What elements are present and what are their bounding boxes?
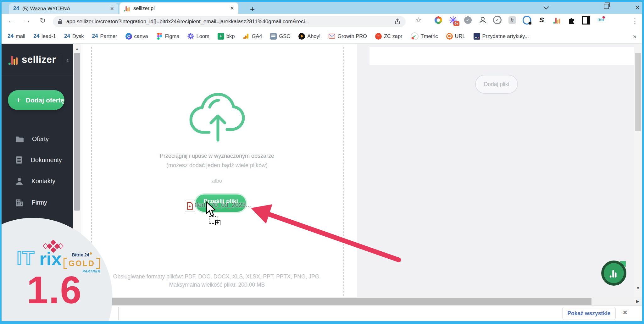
bracket-right bbox=[96, 258, 100, 269]
close-tab-icon[interactable]: × bbox=[230, 5, 234, 11]
capture-frame-bottom bbox=[0, 321, 644, 324]
bookmark-url[interactable]: URL bbox=[446, 33, 465, 40]
ext-colorwheel-icon[interactable] bbox=[434, 16, 442, 24]
bookmark-ga4[interactable]: GA4 bbox=[243, 33, 262, 40]
ext-s-icon[interactable]: S bbox=[537, 16, 546, 24]
sidebar-item-oferty[interactable]: Oferty bbox=[2, 131, 73, 146]
ext-starburst-icon[interactable]: 9+ bbox=[449, 16, 457, 24]
building-icon bbox=[15, 199, 24, 206]
bookmarks-bar: 24mail 24lead-1 24Dysk 24Partner Ccanva … bbox=[0, 29, 644, 44]
sidebar-item-kontakty[interactable]: Kontakty bbox=[2, 173, 73, 189]
bookmark-canva[interactable]: Ccanva bbox=[125, 33, 148, 40]
ext-sidepanel-icon[interactable] bbox=[582, 16, 590, 24]
loom-icon bbox=[187, 33, 194, 40]
ext-lock-icon[interactable] bbox=[523, 16, 531, 24]
sidebar-item-firmy[interactable]: Firmy bbox=[2, 195, 73, 210]
ext-persona-icon[interactable] bbox=[478, 16, 487, 24]
sidebar-collapse-icon[interactable]: ‹ bbox=[62, 55, 69, 65]
sellizer-logo-icon bbox=[8, 54, 19, 65]
preview-panel-header bbox=[369, 47, 634, 65]
logo-text: sellizer bbox=[22, 54, 56, 65]
scroll-right-icon[interactable]: ▶ bbox=[636, 299, 639, 304]
bookmark-growthpro[interactable]: Growth PRO bbox=[329, 33, 367, 40]
figma-icon bbox=[156, 33, 163, 40]
tab-sellizer[interactable]: sellizer.pl × bbox=[119, 3, 238, 14]
scrollbar-thumb[interactable] bbox=[635, 53, 641, 131]
tmetric-icon: ✓ bbox=[411, 32, 419, 40]
bookmark-star-icon[interactable]: ☆ bbox=[415, 16, 422, 25]
browser-toolbar: ← → ↻ app.sellizer.io/creator/?integrati… bbox=[0, 14, 644, 29]
new-tab-button[interactable]: + bbox=[250, 4, 255, 14]
add-files-button[interactable]: Dodaj pliki bbox=[475, 75, 518, 94]
ext-h-icon[interactable]: h bbox=[508, 16, 516, 24]
reload-icon[interactable]: ↻ bbox=[40, 16, 46, 25]
bitrix24-icon: 24 bbox=[92, 33, 98, 39]
search-console-icon bbox=[270, 33, 277, 40]
scroll-down-icon[interactable]: ▼ bbox=[634, 286, 642, 290]
main-content: Przeciągnij i upuść w wyznaczonym obszar… bbox=[81, 44, 634, 298]
capture-frame-top bbox=[0, 0, 644, 2]
sheets-icon: + bbox=[218, 33, 224, 40]
close-tab-icon[interactable]: × bbox=[110, 5, 114, 12]
capture-frame-left bbox=[0, 0, 2, 324]
articles-icon bbox=[474, 33, 480, 40]
bookmark-partner[interactable]: 24Partner bbox=[92, 33, 117, 39]
chat-widget-button[interactable] bbox=[601, 261, 626, 286]
address-bar[interactable]: app.sellizer.io/creator/?integration_id[… bbox=[53, 16, 406, 27]
supported-formats-text: Obsługiwane formaty plików: PDF, DOC, DO… bbox=[107, 272, 327, 289]
scrollbar-thumb[interactable] bbox=[74, 53, 80, 211]
bookmark-lead1[interactable]: 24lead-1 bbox=[33, 33, 56, 39]
bookmark-articles[interactable]: Przydatne artykuły... bbox=[474, 33, 529, 40]
close-downloads-icon[interactable]: × bbox=[623, 308, 627, 317]
ext-itrix-icon[interactable]: ITrix bbox=[597, 16, 605, 24]
analytics-icon bbox=[243, 33, 249, 40]
bookmark-tmetric[interactable]: ✓Tmetric bbox=[411, 32, 438, 40]
browser-menu-icon[interactable]: ⋮ bbox=[631, 17, 638, 25]
canva-icon: C bbox=[125, 33, 132, 40]
bookmark-bkp[interactable]: +bkp bbox=[218, 33, 235, 40]
puzzle-pieces-icon bbox=[43, 239, 64, 255]
bookmark-loom[interactable]: Loom bbox=[187, 33, 209, 40]
close-window-icon[interactable]: × bbox=[635, 3, 640, 12]
dropzone-or-label: albo bbox=[107, 178, 327, 184]
bookmark-figma[interactable]: Figma bbox=[156, 33, 180, 40]
share-icon[interactable] bbox=[394, 19, 401, 25]
pdf-file-icon bbox=[185, 200, 195, 212]
tab-title: sellizer.pl bbox=[133, 5, 227, 11]
add-offer-button[interactable]: + Dodaj ofertę bbox=[8, 90, 64, 110]
ext-check-icon[interactable]: ✓ bbox=[464, 16, 472, 24]
url-icon bbox=[446, 33, 453, 40]
ext-puzzle-icon[interactable] bbox=[567, 16, 575, 24]
bookmark-dysk[interactable]: 24Dysk bbox=[64, 33, 84, 39]
bookmarks-overflow-icon[interactable]: » bbox=[633, 33, 636, 40]
ext-analytics-icon[interactable] bbox=[552, 16, 561, 24]
chevron-down-icon[interactable] bbox=[543, 6, 549, 9]
show-all-downloads-button[interactable]: Pokaż wszystkie bbox=[562, 307, 616, 320]
divider bbox=[118, 307, 119, 320]
restore-window-icon[interactable] bbox=[604, 4, 609, 9]
itrix-logo-it: IT bbox=[17, 247, 35, 269]
drag-cursor-icon bbox=[206, 201, 222, 225]
bookmark-mail[interactable]: 24mail bbox=[8, 33, 25, 39]
ext-clockify-icon[interactable]: ✓ bbox=[493, 16, 502, 24]
dropzone-hint-line2: (możesz dodać jeden bądź wiele plików) bbox=[107, 162, 327, 169]
forward-icon[interactable]: → bbox=[23, 16, 31, 25]
mail-icon bbox=[329, 33, 335, 40]
bookmark-zc[interactable]: ~ZC zapr bbox=[375, 33, 402, 40]
dropzone-border-right bbox=[343, 47, 344, 296]
folder-icon bbox=[15, 135, 24, 143]
bookmark-ahoy[interactable]: Ahoy! bbox=[298, 33, 320, 40]
page-vertical-scrollbar[interactable]: ▼ bbox=[634, 44, 642, 297]
bitrix24-favicon: 24 bbox=[13, 5, 19, 12]
person-icon bbox=[15, 177, 23, 185]
plus-icon: + bbox=[16, 96, 21, 104]
tab-bitrix[interactable]: 24 (5) Ważna WYCENA × bbox=[9, 3, 118, 14]
sidebar-item-dokumenty[interactable]: Dokumenty bbox=[2, 152, 73, 167]
scroll-up-icon[interactable]: ▲ bbox=[73, 47, 81, 51]
tab-strip: 24 (5) Ważna WYCENA × sellizer.pl × + × bbox=[0, 2, 644, 14]
zc-icon: ~ bbox=[375, 33, 382, 40]
bookmark-gsc[interactable]: GSC bbox=[270, 33, 290, 40]
bitrix24-icon: 24 bbox=[8, 33, 14, 39]
back-icon[interactable]: ← bbox=[8, 16, 15, 25]
sellizer-favicon bbox=[124, 5, 130, 12]
